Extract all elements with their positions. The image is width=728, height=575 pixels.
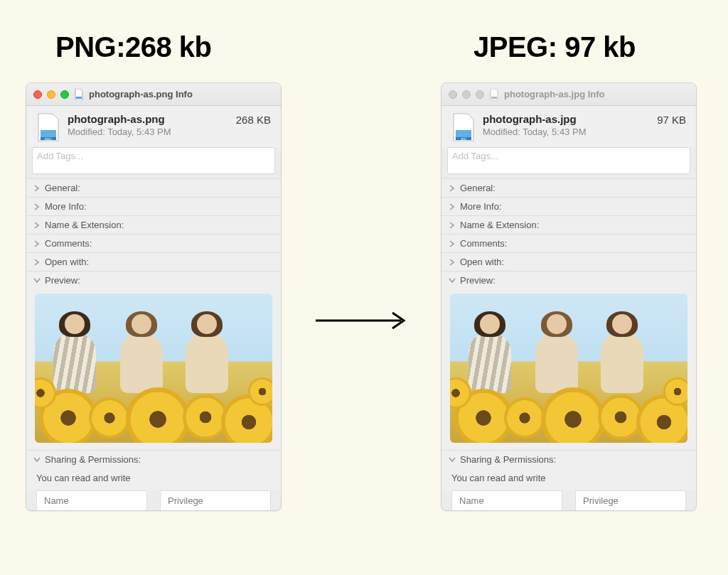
section-general[interactable]: General:: [441, 178, 696, 197]
window-title: photograph-as.jpg Info: [504, 89, 605, 100]
section-sharing[interactable]: Sharing & Permissions:: [26, 450, 281, 468]
section-label: Preview:: [45, 275, 80, 286]
section-label: Name & Extension:: [45, 220, 124, 230]
section-comments[interactable]: Comments:: [26, 234, 281, 252]
preview-image: [450, 294, 687, 443]
chevron-right-icon: [449, 240, 456, 247]
chevron-right-icon: [449, 259, 456, 266]
tags-input[interactable]: Add Tags...: [32, 147, 275, 174]
svg-text:JPG: JPG: [461, 138, 467, 141]
svg-rect-5: [491, 97, 497, 99]
chevron-right-icon: [33, 259, 41, 266]
chevron-right-icon: [33, 222, 41, 229]
section-name-extension[interactable]: Name & Extension:: [441, 215, 696, 234]
heading-jpeg: JPEG: 97 kb: [473, 31, 636, 63]
section-label: Sharing & Permissions:: [45, 454, 141, 465]
section-label: Name & Extension:: [460, 220, 539, 230]
preview-image: [35, 294, 272, 443]
minimize-icon[interactable]: [47, 90, 55, 99]
modified-text: Modified: Today, 5:43 PM: [483, 127, 650, 137]
titlebar[interactable]: photograph-as.jpg Info: [441, 83, 696, 106]
info-panel-png: photograph-as.png Info PNG photograph-as…: [26, 82, 282, 511]
section-label: Open with:: [45, 257, 89, 267]
filename: photograph-as.png: [68, 113, 229, 125]
window-title: photograph-as.png Info: [89, 89, 193, 100]
heading-png: PNG:268 kb: [55, 31, 212, 63]
chevron-down-icon: [33, 456, 41, 463]
modified-text: Modified: Today, 5:43 PM: [68, 127, 229, 137]
chevron-right-icon: [33, 203, 41, 210]
section-more-info[interactable]: More Info:: [441, 197, 696, 215]
file-icon: [489, 89, 499, 100]
titlebar[interactable]: photograph-as.png Info: [26, 83, 281, 106]
section-preview[interactable]: Preview:: [26, 271, 281, 289]
close-icon[interactable]: [33, 90, 42, 99]
section-general[interactable]: General:: [26, 178, 281, 197]
section-label: Comments:: [45, 238, 92, 249]
section-preview[interactable]: Preview:: [441, 271, 696, 289]
preview-area: [441, 289, 696, 450]
chevron-right-icon: [33, 240, 41, 247]
file-thumbnail-icon: PNG: [36, 113, 60, 141]
file-header: PNG photograph-as.png Modified: Today, 5…: [26, 106, 281, 147]
section-label: More Info:: [460, 201, 502, 212]
preview-area: [26, 289, 281, 450]
permissions-text: You can read and write: [26, 468, 281, 490]
section-label: Preview:: [460, 275, 496, 286]
file-icon: [74, 89, 84, 100]
svg-rect-1: [76, 97, 82, 99]
section-label: Open with:: [460, 257, 504, 267]
section-name-extension[interactable]: Name & Extension:: [26, 215, 281, 234]
file-size: 268 KB: [236, 113, 271, 126]
permissions-table-header: Name Privilege: [441, 490, 696, 510]
permissions-table-header: Name Privilege: [26, 490, 281, 510]
svg-text:PNG: PNG: [45, 138, 52, 141]
file-size: 97 KB: [657, 113, 686, 126]
col-privilege: Privilege: [160, 490, 271, 510]
section-open-with[interactable]: Open with:: [441, 252, 696, 271]
section-more-info[interactable]: More Info:: [26, 197, 281, 215]
section-open-with[interactable]: Open with:: [26, 252, 281, 271]
col-privilege: Privilege: [575, 490, 686, 510]
section-label: Sharing & Permissions:: [460, 454, 556, 465]
tags-input[interactable]: Add Tags...: [447, 147, 690, 174]
section-comments[interactable]: Comments:: [441, 234, 696, 252]
arrow-right-icon: [313, 310, 412, 331]
permissions-text: You can read and write: [441, 468, 696, 490]
col-name: Name: [36, 490, 147, 510]
zoom-icon[interactable]: [60, 90, 69, 99]
chevron-down-icon: [449, 277, 456, 284]
chevron-right-icon: [449, 185, 456, 192]
chevron-right-icon: [33, 185, 41, 192]
filename: photograph-as.jpg: [483, 113, 650, 125]
info-panel-jpg: photograph-as.jpg Info JPG photograph-as…: [441, 82, 697, 511]
file-thumbnail-icon: JPG: [451, 113, 476, 141]
section-label: General:: [460, 183, 496, 193]
zoom-icon[interactable]: [476, 90, 484, 99]
chevron-right-icon: [449, 222, 456, 229]
section-label: More Info:: [45, 201, 87, 212]
section-label: General:: [45, 183, 80, 193]
chevron-down-icon: [449, 456, 456, 463]
file-header: JPG photograph-as.jpg Modified: Today, 5…: [441, 106, 696, 147]
close-icon[interactable]: [449, 90, 457, 99]
section-sharing[interactable]: Sharing & Permissions:: [441, 450, 696, 468]
minimize-icon[interactable]: [462, 90, 471, 99]
chevron-right-icon: [449, 203, 456, 210]
col-name: Name: [451, 490, 562, 510]
section-label: Comments:: [460, 238, 507, 249]
chevron-down-icon: [33, 277, 41, 284]
